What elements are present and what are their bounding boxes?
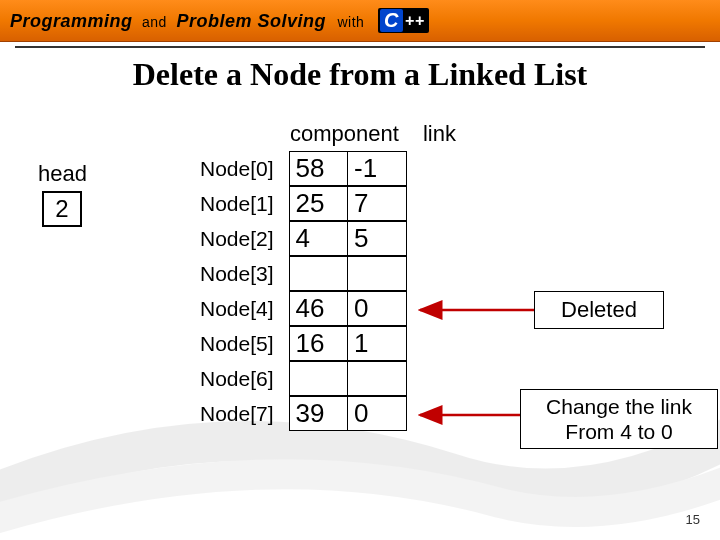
cell-component xyxy=(289,361,349,396)
node-label: Node[3] xyxy=(200,262,290,286)
node-label: Node[6] xyxy=(200,367,290,391)
cell-link: 5 xyxy=(347,221,407,256)
cell-link: 1 xyxy=(347,326,407,361)
table-row: Node[5] 16 1 xyxy=(200,326,407,361)
cell-component: 4 xyxy=(289,221,349,256)
header-bar: Programming and Problem Solving with C +… xyxy=(0,0,720,42)
cell-link: 0 xyxy=(347,291,407,326)
cpp-c: C xyxy=(380,9,403,32)
head-value-box: 2 xyxy=(42,191,82,227)
node-label: Node[4] xyxy=(200,297,290,321)
change-link-annotation: Change the link From 4 to 0 xyxy=(520,389,718,449)
head-label: head xyxy=(38,161,87,187)
col-link-label: link xyxy=(423,121,456,146)
node-label: Node[7] xyxy=(200,402,290,426)
deleted-annotation: Deleted xyxy=(534,291,664,329)
cell-component: 39 xyxy=(289,396,349,431)
cell-component: 46 xyxy=(289,291,349,326)
node-label: Node[1] xyxy=(200,192,290,216)
header-with: with xyxy=(337,14,364,30)
column-headers: component link xyxy=(290,121,456,147)
cell-link: -1 xyxy=(347,151,407,186)
header-word1: Programming xyxy=(10,11,133,31)
cell-link: 7 xyxy=(347,186,407,221)
cell-component: 16 xyxy=(289,326,349,361)
cpp-plus: ++ xyxy=(405,16,425,26)
header-rule xyxy=(15,46,705,48)
table-row: Node[0] 58 -1 xyxy=(200,151,407,186)
table-row: Node[3] xyxy=(200,256,407,291)
slide-content: head 2 component link Node[0] 58 -1 Node… xyxy=(0,93,720,533)
cell-component: 58 xyxy=(289,151,349,186)
cell-link xyxy=(347,256,407,291)
cpp-logo-icon: C ++ xyxy=(378,8,429,33)
change-link-text: Change the link From 4 to 0 xyxy=(546,394,692,444)
node-label: Node[0] xyxy=(200,157,290,181)
table-row: Node[1] 25 7 xyxy=(200,186,407,221)
table-row: Node[2] 4 5 xyxy=(200,221,407,256)
header-title: Programming and Problem Solving with C +… xyxy=(10,8,429,33)
cell-link xyxy=(347,361,407,396)
page-title: Delete a Node from a Linked List xyxy=(0,56,720,93)
slide-number: 15 xyxy=(686,512,700,527)
col-component-label: component xyxy=(290,121,399,146)
table-row: Node[4] 46 0 xyxy=(200,291,407,326)
node-table: Node[0] 58 -1 Node[1] 25 7 Node[2] 4 5 N… xyxy=(200,151,407,431)
table-row: Node[7] 39 0 xyxy=(200,396,407,431)
cell-component: 25 xyxy=(289,186,349,221)
node-label: Node[5] xyxy=(200,332,290,356)
header-and: and xyxy=(142,14,167,30)
cell-link: 0 xyxy=(347,396,407,431)
header-word2: Problem Solving xyxy=(176,11,326,31)
cell-component xyxy=(289,256,349,291)
table-row: Node[6] xyxy=(200,361,407,396)
node-label: Node[2] xyxy=(200,227,290,251)
